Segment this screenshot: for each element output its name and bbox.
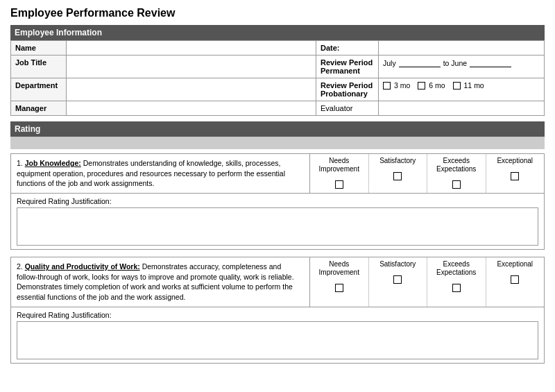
review-period-probationary-label: Review Period Probationary [321, 81, 373, 98]
rating-col-satisfactory-2: Satisfactory [369, 257, 428, 307]
criteria-title-2: Quality and Productivity of Work: [25, 262, 140, 271]
criteria-row-2: 2. Quality and Productivity of Work: Dem… [11, 257, 544, 307]
checkbox-exceeds-1[interactable] [452, 180, 461, 189]
criteria-block-1: 1. Job Knowledge: Demonstrates understan… [10, 153, 545, 250]
needs-improvement-label-1: Needs Improvement [311, 157, 367, 173]
rating-col-exceptional-2: Exceptional [486, 257, 545, 307]
to-label: to June [443, 59, 467, 67]
rating-subheader [10, 137, 545, 149]
criteria-block-2: 2. Quality and Productivity of Work: Dem… [10, 257, 545, 364]
checkbox-satisfactory-2[interactable] [393, 275, 402, 284]
label-11mo: 11 mo [464, 81, 484, 90]
evaluator-label-cell: Evaluator [316, 101, 379, 116]
checkbox-11mo[interactable] [453, 82, 461, 90]
evaluator-label: Evaluator [321, 104, 352, 112]
review-period-probationary-cell: Review Period Probationary [316, 78, 379, 101]
exceptional-label-1: Exceptional [497, 157, 533, 165]
label-6mo: 6 mo [429, 81, 445, 90]
rating-col-needs-improvement-1: Needs Improvement [310, 154, 369, 193]
justification-label-1: Required Rating Justification: [17, 197, 538, 205]
exceeds-label-2: Exceeds Expectations [429, 260, 484, 277]
rating-section: Rating 1. Job Knowledge: Demonstrates un… [10, 121, 545, 364]
criteria-num-2: 2. [17, 262, 23, 271]
satisfactory-label-2: Satisfactory [379, 260, 416, 269]
rating-header: Rating [10, 121, 545, 137]
justification-box-2[interactable] [17, 321, 538, 359]
review-period-probationary-options: 3 mo 6 mo 11 mo [379, 78, 545, 101]
checkbox-needs-improvement-1[interactable] [335, 180, 343, 189]
evaluator-field[interactable] [379, 101, 545, 116]
from-field[interactable] [399, 58, 441, 67]
name-label: Name [11, 41, 67, 56]
date-field[interactable] [379, 41, 545, 56]
criteria-row-1: 1. Job Knowledge: Demonstrates understan… [11, 154, 544, 194]
rating-col-exceeds-1: Exceeds Expectations [427, 154, 486, 193]
ratings-cols-2: Needs Improvement Satisfactory Exceeds E… [309, 257, 544, 307]
satisfactory-label-1: Satisfactory [379, 157, 416, 165]
justification-label-2: Required Rating Justification: [17, 311, 538, 319]
job-title-label: Job Title [11, 56, 67, 78]
date-label-cell: Date: [316, 41, 379, 56]
review-period-permanent-cell: Review Period Permanent [316, 56, 379, 78]
checkbox-exceeds-2[interactable] [452, 284, 461, 292]
justification-row-2: Required Rating Justification: [11, 307, 544, 363]
page-title: Employee Performance Review [10, 7, 545, 19]
criteria-title-1: Job Knowledge: [25, 159, 81, 167]
checkbox-exceptional-1[interactable] [511, 172, 519, 180]
employee-info-table: Name Date: Job Title Review Period Perma… [10, 40, 545, 116]
criteria-num-1: 1. [17, 159, 23, 167]
manager-label: Manager [11, 101, 67, 116]
job-title-field[interactable] [67, 56, 316, 78]
employee-info-header: Employee Information [10, 25, 545, 40]
justification-row-1: Required Rating Justification: [11, 194, 544, 249]
from-label: July [383, 59, 396, 67]
rating-col-needs-improvement-2: Needs Improvement [310, 257, 369, 307]
criteria-text-2: 2. Quality and Productivity of Work: Dem… [11, 257, 309, 307]
exceptional-label-2: Exceptional [497, 260, 533, 269]
ratings-cols-1: Needs Improvement Satisfactory Exceeds E… [309, 154, 544, 193]
checkbox-satisfactory-1[interactable] [393, 172, 402, 180]
checkbox-3mo[interactable] [383, 82, 391, 90]
checkbox-needs-improvement-2[interactable] [335, 284, 343, 292]
checkbox-6mo[interactable] [418, 82, 425, 90]
rating-col-exceeds-2: Exceeds Expectations [427, 257, 486, 307]
to-field[interactable] [470, 58, 511, 67]
needs-improvement-label-2: Needs Improvement [311, 260, 367, 277]
checkbox-exceptional-2[interactable] [511, 275, 519, 284]
manager-field[interactable] [67, 101, 316, 116]
justification-box-1[interactable] [17, 207, 538, 246]
exceeds-label-1: Exceeds Expectations [429, 157, 484, 173]
department-field[interactable] [67, 78, 316, 101]
label-3mo: 3 mo [394, 81, 410, 90]
department-label: Department [11, 78, 67, 101]
review-period-permanent-value[interactable]: July to June [379, 56, 545, 78]
review-period-permanent-label: Review Period Permanent [321, 58, 373, 75]
name-field[interactable] [67, 41, 316, 56]
rating-col-satisfactory-1: Satisfactory [369, 154, 428, 193]
rating-col-exceptional-1: Exceptional [486, 154, 545, 193]
criteria-text-1: 1. Job Knowledge: Demonstrates understan… [11, 154, 309, 193]
date-label: Date: [321, 44, 340, 52]
